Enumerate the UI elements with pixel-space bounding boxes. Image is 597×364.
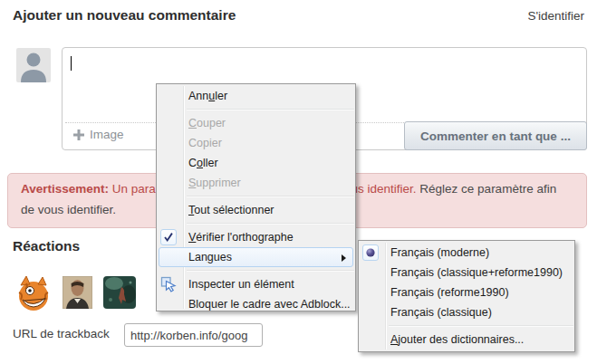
- trackback-label: URL de trackback: [13, 327, 110, 340]
- comment-as-button[interactable]: Commenter en tant que ...: [404, 121, 587, 150]
- menu-item-fr-reforme1990[interactable]: Français (reforme1990): [361, 283, 573, 302]
- warning-text-fragment: Un para: [112, 182, 156, 196]
- languages-submenu: Français (moderne)Français (classique+re…: [358, 240, 575, 352]
- comment-widget-screen: Ajouter un nouveau commentaire S'identif…: [0, 0, 597, 364]
- menu-item-label: Tout sélectionner: [188, 204, 274, 216]
- reactions-heading: Réactions: [13, 238, 80, 254]
- plus-icon: [73, 129, 84, 140]
- menu-item-coller[interactable]: Coller: [159, 153, 353, 173]
- menu-item-label: Vérifier l'orthographe: [188, 231, 294, 244]
- radio-selected-icon: [362, 244, 379, 261]
- menu-item-label: Langues: [188, 251, 232, 263]
- menu-item-annuler[interactable]: Annuler: [159, 86, 353, 106]
- person-icon: [16, 48, 51, 82]
- warning-line1-right: ous identifier. Réglez ce paramètre afin: [344, 182, 556, 196]
- man-avatar[interactable]: [63, 276, 92, 312]
- menu-item-label: Bloquer le cadre avec Adblock...: [188, 298, 351, 311]
- menu-item-label: Couper: [188, 117, 226, 129]
- warning-text-fragment: Réglez ce paramètre afin: [419, 182, 556, 196]
- warning-label: Avertissement:: [21, 182, 109, 196]
- user-avatar-placeholder: [16, 48, 51, 82]
- menu-item-bloquer-adblock[interactable]: Bloquer le cadre avec Adblock...: [159, 294, 353, 314]
- page-title: Ajouter un nouveau commentaire: [13, 7, 236, 24]
- menu-item-label: Français (classique+reforme1990): [390, 266, 563, 279]
- menu-item-tout-selectionner[interactable]: Tout sélectionner: [159, 200, 353, 220]
- cat-avatar[interactable]: [15, 274, 52, 316]
- menu-item-label: Inspecter un élément: [188, 278, 294, 291]
- menu-separator: [389, 325, 573, 327]
- menu-item-label: Français (classique): [390, 306, 492, 319]
- menu-item-fr-moderne[interactable]: Français (moderne): [361, 243, 573, 263]
- submenu-arrow-icon: [342, 254, 346, 262]
- menu-item-verifier-orthographe[interactable]: Vérifier l'orthographe: [159, 227, 353, 247]
- fantasy-avatar[interactable]: [103, 276, 136, 312]
- menu-item-label: Français (moderne): [390, 246, 489, 259]
- menu-item-label: Annuler: [188, 90, 227, 102]
- context-menu: AnnulerCouperCopierCollerSupprimerTout s…: [156, 83, 356, 311]
- menu-item-label: Français (reforme1990): [390, 286, 509, 299]
- menu-item-supprimer: Supprimer: [159, 173, 353, 193]
- add-image-button[interactable]: Image: [73, 128, 124, 141]
- menu-separator: [187, 270, 354, 272]
- menu-separator: [187, 196, 354, 197]
- menu-item-copier: Copier: [159, 133, 353, 153]
- menu-item-ajouter-dictionnaires[interactable]: Ajouter des dictionnaires...: [361, 330, 573, 350]
- signin-link[interactable]: S'identifier: [527, 9, 584, 23]
- inspect-element-icon: [160, 276, 177, 292]
- checkmark-icon: [160, 229, 177, 245]
- menu-item-fr-classique[interactable]: Français (classique): [361, 302, 573, 322]
- trackback-url-input[interactable]: [124, 323, 263, 347]
- warning-line2: de vous identifier.: [21, 203, 116, 216]
- menu-separator: [187, 109, 354, 110]
- menu-item-label: Coller: [188, 157, 218, 169]
- menu-separator: [187, 223, 354, 225]
- menu-item-langues[interactable]: Langues: [159, 247, 353, 267]
- text-caret: [71, 56, 72, 71]
- warning-line1-left: Avertissement: Un para: [21, 182, 156, 196]
- menu-item-couper: Couper: [159, 113, 353, 133]
- menu-item-label: Ajouter des dictionnaires...: [390, 333, 524, 346]
- menu-item-inspecter-element[interactable]: Inspecter un élément: [159, 274, 353, 294]
- menu-item-fr-classique-reforme1990[interactable]: Français (classique+reforme1990): [361, 263, 573, 283]
- menu-item-label: Copier: [188, 137, 222, 149]
- menu-item-label: Supprimer: [188, 177, 241, 189]
- add-image-label: Image: [90, 128, 124, 141]
